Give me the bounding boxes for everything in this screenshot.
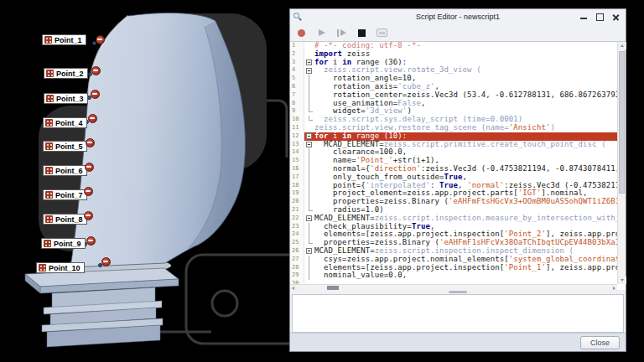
run-button[interactable] (316, 28, 327, 39)
code-text: import zeiss (314, 50, 617, 59)
line-number: 2 (290, 50, 304, 59)
point-label-point_7[interactable]: Point_7 (43, 189, 87, 200)
code-text: clearance=100.0, (314, 148, 617, 157)
point-label-text: Point_1 (55, 36, 82, 44)
code-text: elements=[zeiss.app.project.inspection['… (314, 230, 617, 239)
line-number: 19 (290, 189, 304, 198)
fold-toggle-icon[interactable] (304, 141, 314, 149)
no-entry-marker-icon[interactable] (91, 90, 100, 99)
fold-toggle-icon[interactable] (304, 215, 314, 223)
maximize-button[interactable] (595, 13, 604, 21)
runstep-icon (337, 29, 347, 37)
line-number: 5 (290, 75, 304, 83)
point-label-point_5[interactable]: Point_5 (43, 141, 87, 152)
line-number: 15 (290, 157, 304, 165)
no-entry-marker-icon[interactable] (91, 66, 101, 75)
minimize-button[interactable] (579, 13, 588, 21)
point-label-point_10[interactable]: Point_10 (36, 262, 85, 273)
window-title: Script Editor - newscript1 (290, 9, 626, 24)
no-entry-marker-icon[interactable] (101, 257, 111, 266)
code-line-13: 13 MCAD_ELEMENT=zeiss.script.primitive.c… (290, 141, 617, 149)
code-editor[interactable]: 1# -*- coding: utf-8 -*-2import zeiss3fo… (290, 41, 626, 290)
touch-point-icon (45, 119, 53, 127)
point-label-point_9[interactable]: Point_9 (41, 238, 86, 249)
record-button[interactable] (296, 28, 307, 39)
fold-margin (304, 91, 314, 100)
vertical-scroll-thumb[interactable] (619, 51, 625, 194)
fold-margin (304, 239, 314, 247)
no-entry-marker-icon[interactable] (84, 211, 93, 220)
fold-toggle-icon[interactable] (304, 66, 314, 75)
code-text: zeiss.script.sys.delay_script (time=0.00… (314, 116, 617, 124)
code-line-23: 23 check_plausibility=True, (290, 223, 617, 231)
touch-point-icon (45, 215, 53, 223)
line-number: 7 (290, 91, 304, 100)
touch-point-icon (44, 240, 51, 247)
code-line-3: 3for i in range (36): (290, 59, 617, 67)
code-line-27: 27 csys=zeiss.app.project.nominal_elemen… (290, 256, 617, 264)
code-line-22: 22MCAD_ELEMENT=zeiss.script.inspection.m… (290, 215, 617, 223)
code-line-14: 14 clearance=100.0, (290, 148, 617, 157)
fold-margin (304, 189, 314, 198)
fold-margin (304, 157, 314, 165)
point-label-point_8[interactable]: Point_8 (43, 214, 87, 225)
code-rows: 1# -*- coding: utf-8 -*-2import zeiss3fo… (290, 42, 617, 284)
code-text: check_plausibility=True, (314, 223, 617, 231)
vertical-scrollbar[interactable] (617, 42, 626, 284)
no-entry-marker-icon[interactable] (86, 236, 96, 246)
fold-toggle-icon[interactable] (304, 59, 314, 67)
stop-button[interactable] (356, 28, 367, 39)
scroll-up-button[interactable] (618, 42, 626, 49)
line-number: 25 (290, 239, 304, 247)
run-from-cursor-button[interactable] (336, 28, 347, 39)
code-line-4: 4 zeiss.script.view.rotate_3d_view ( (290, 66, 617, 75)
point-label-text: Point_10 (49, 264, 80, 272)
close-window-button[interactable] (611, 13, 620, 21)
no-entry-marker-icon[interactable] (96, 35, 105, 44)
titlebar[interactable]: Script Editor - newscript1 (290, 9, 626, 24)
code-line-24: 24 elements=[zeiss.app.project.inspectio… (290, 230, 617, 239)
code-text: for i in range (10): (314, 132, 617, 141)
point-label-point_6[interactable]: Point_6 (43, 165, 87, 176)
point-label-text: Point_4 (55, 119, 83, 127)
fold-margin (304, 116, 314, 124)
point-label-point_1[interactable]: Point_1 (42, 34, 86, 45)
touch-point-icon (45, 167, 53, 174)
window-buttons (579, 9, 620, 24)
fold-toggle-icon[interactable] (304, 132, 314, 141)
point-label-point_2[interactable]: Point_2 (44, 68, 88, 79)
code-text: elements=[zeiss.app.project.inspection['… (314, 264, 617, 272)
code-line-10: 10 zeiss.script.sys.delay_script (time=0… (290, 116, 617, 124)
scroll-down-button[interactable] (618, 277, 626, 284)
no-entry-marker-icon[interactable] (84, 187, 93, 196)
point-label-text: Point_7 (55, 191, 83, 199)
code-text: only_touch_from_outside=True, (314, 173, 617, 182)
code-line-26: 26MCAD_ELEMENT=zeiss.script.inspection.i… (290, 247, 617, 256)
no-entry-marker-icon[interactable] (86, 138, 95, 147)
bottom-bar: Close (290, 333, 626, 351)
code-line-29: 29 nominal_value=0.0, (290, 272, 617, 280)
toolbar-extra-button[interactable] (377, 28, 387, 39)
code-text: point={'interpolated': True, 'normal':ze… (314, 182, 617, 190)
code-text: normal={'direction':zeiss.Vec3d (-0.4753… (314, 165, 617, 173)
code-text: MCAD_ELEMENT=zeiss.script.inspection.mea… (314, 215, 617, 223)
code-line-17: 17 only_touch_from_outside=True, (290, 173, 617, 182)
point-label-point_4[interactable]: Point_4 (43, 117, 87, 128)
code-text: radius=1.0) (314, 206, 617, 215)
code-text: rotation_angle=10, (314, 75, 617, 83)
line-number: 10 (290, 116, 304, 124)
fold-margin (304, 182, 314, 190)
code-line-20: 20 properties=zeiss.Binary ('eAHFmFtsHGc… (290, 198, 617, 206)
point-label-point_3[interactable]: Point_3 (44, 93, 88, 104)
code-line-2: 2import zeiss (290, 50, 617, 59)
stop-icon (358, 29, 366, 37)
line-number: 9 (290, 107, 304, 116)
line-number: 27 (290, 256, 304, 264)
fold-toggle-icon[interactable] (304, 247, 314, 256)
no-entry-marker-icon[interactable] (85, 163, 94, 172)
code-line-9: 9 widget='3d_view') (290, 107, 617, 116)
close-button[interactable]: Close (580, 336, 620, 349)
point-label-text: Point_3 (56, 95, 84, 103)
touch-point-icon (46, 95, 54, 102)
no-entry-marker-icon[interactable] (88, 114, 97, 123)
